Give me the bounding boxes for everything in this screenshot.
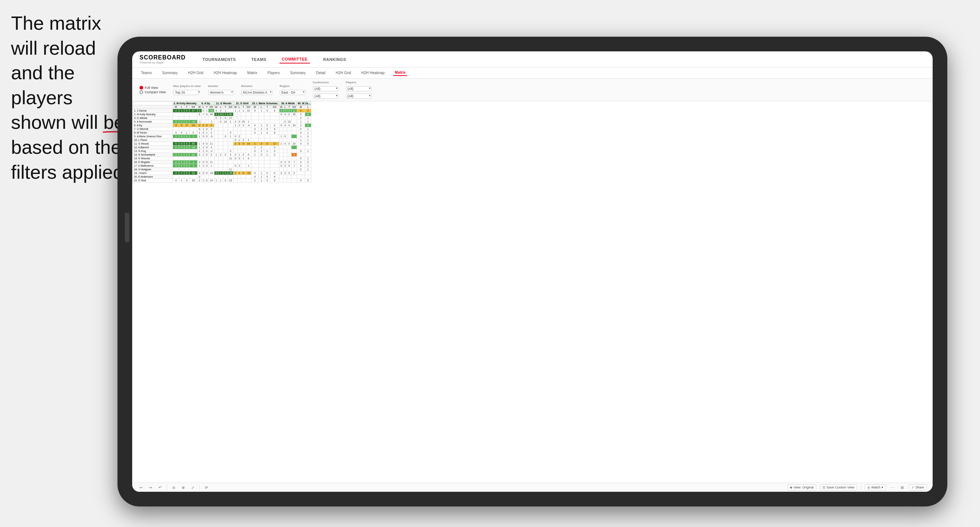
cell — [214, 135, 218, 138]
nav-tournaments[interactable]: TOURNAMENTS — [200, 56, 238, 63]
cell: 1 — [197, 131, 202, 135]
cell — [270, 164, 279, 168]
max-players-select[interactable]: Top 25 — [173, 90, 199, 95]
cell — [173, 116, 179, 120]
players-select-2[interactable]: (All) — [346, 94, 372, 99]
conference-select-1[interactable]: (All) — [313, 86, 339, 91]
cell: 6 — [305, 113, 311, 116]
cell: 0 — [291, 153, 297, 157]
gender-select[interactable]: Women's — [208, 90, 234, 95]
cell: 0 — [205, 135, 208, 138]
cell — [237, 131, 241, 135]
cell: 0 — [264, 124, 270, 127]
cell — [291, 179, 297, 183]
cell: 2 — [208, 124, 214, 127]
subnav-detail[interactable]: Detail — [315, 70, 327, 76]
subnav-h2h-heatmap-1[interactable]: H2H Heatmap — [212, 70, 238, 76]
cell: 0 — [179, 146, 185, 149]
cell — [283, 127, 287, 131]
cell — [264, 157, 270, 160]
sh-dif5: Dif — [270, 105, 279, 109]
cell: 1 — [237, 171, 241, 175]
cell — [237, 146, 241, 149]
save-custom-btn[interactable]: ⊡ Save Custom View — [820, 484, 857, 490]
watch-btn[interactable]: ◎ Watch ▾ — [865, 484, 886, 490]
cell: 3 — [173, 120, 179, 124]
cell — [233, 131, 237, 135]
cell: 0 — [173, 131, 179, 135]
subnav-teams[interactable]: Teams — [140, 70, 153, 76]
cell — [279, 179, 283, 183]
cell: 5 — [208, 153, 214, 157]
view-original-btn[interactable]: ◈ View: Original — [787, 484, 816, 490]
subnav-h2h-grid-1[interactable]: H2H Grid — [186, 70, 205, 76]
view-original-icon: ◈ — [790, 486, 792, 489]
back-icon[interactable]: ↶ — [157, 484, 163, 490]
cell: 0 — [205, 127, 208, 131]
cell: 0 — [237, 157, 241, 160]
cell — [270, 135, 279, 138]
subnav-players[interactable]: Players — [266, 70, 281, 76]
cell: 14 — [223, 120, 228, 124]
region-select[interactable]: East - DII — [280, 90, 305, 95]
cell — [228, 109, 233, 113]
subnav-summary-1[interactable]: Summary — [161, 70, 179, 76]
cell: 0 — [251, 124, 258, 127]
cell — [251, 113, 258, 116]
zoom-in-icon[interactable]: ⊕ — [180, 484, 186, 490]
table-row: 12. A Bianchi 200-16 1104 200 — [132, 146, 311, 149]
conference-select-2[interactable]: (All) — [313, 94, 339, 99]
cell: 0 — [237, 142, 241, 146]
subnav-h2h-grid-2[interactable]: H2H Grid — [334, 70, 353, 76]
gender-label: Gender — [208, 84, 234, 88]
cell: 0 — [297, 149, 305, 153]
cell: -16 — [189, 146, 197, 149]
cell: 1 — [202, 179, 205, 183]
players-select-1[interactable]: (All) — [346, 86, 372, 91]
cell: 4 — [270, 124, 279, 127]
cell — [185, 113, 189, 116]
cell: 3 — [305, 160, 311, 164]
cell: 0 — [185, 142, 189, 146]
subnav-matrix-1[interactable]: Matrix — [246, 70, 258, 76]
cell: 3 — [173, 171, 179, 175]
fit-icon[interactable]: ⤢ — [190, 484, 196, 490]
more-options-icon[interactable]: ⋯ — [890, 484, 896, 490]
cell: 50 — [228, 113, 233, 116]
nav-teams[interactable]: TEAMS — [249, 56, 269, 63]
cell — [251, 135, 258, 138]
cell: 1 — [297, 138, 305, 142]
cell: 2 — [258, 149, 264, 153]
cell — [208, 116, 214, 120]
cell — [246, 149, 251, 153]
nav-rankings[interactable]: RANKINGS — [321, 56, 348, 63]
refresh-icon[interactable]: ⟳ — [204, 484, 209, 490]
zoom-out-icon[interactable]: ⊖ — [171, 484, 177, 490]
matrix-container[interactable]: 2. M Kelly Mulcahy 6. A Dy 11. G Woods 2… — [132, 101, 932, 483]
nav-committee[interactable]: COMMITTEE — [279, 56, 310, 63]
view-options: Full View Compact View — [140, 86, 166, 94]
cell — [189, 113, 197, 116]
subnav-matrix-2[interactable]: Matrix — [393, 70, 407, 76]
cell: 20 — [291, 142, 297, 146]
share-btn[interactable]: ⤤ Share — [909, 484, 927, 490]
subnav-summary-2[interactable]: Summary — [289, 70, 307, 76]
cell: 11 — [208, 160, 214, 164]
cell: 0 — [297, 116, 305, 120]
subnav-h2h-heatmap-2[interactable]: H2H Heatmap — [360, 70, 386, 76]
cell: 3 — [228, 149, 233, 153]
sh-w2: W — [197, 105, 202, 109]
compact-view-radio[interactable]: Compact View — [140, 90, 166, 94]
redo-icon[interactable]: ↪ — [148, 484, 153, 490]
cell — [291, 135, 297, 138]
cell: 0 — [279, 164, 283, 168]
full-view-radio[interactable]: Full View — [140, 86, 166, 90]
cell: 8 — [270, 127, 279, 131]
table-row: 1. J Garcia 31027 301-11 401 11110 0106 … — [132, 109, 311, 113]
cell: 0 — [264, 175, 270, 179]
undo-icon[interactable]: ↩ — [138, 484, 144, 490]
cell: 0 — [185, 135, 189, 138]
grid-icon[interactable]: ⊞ — [899, 484, 905, 490]
cell — [287, 179, 291, 183]
division-select[interactable]: NCAA Division II — [241, 90, 272, 95]
